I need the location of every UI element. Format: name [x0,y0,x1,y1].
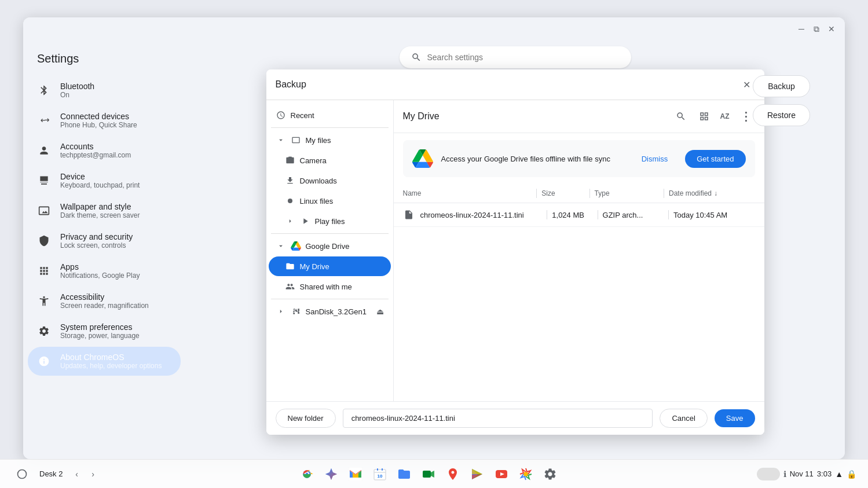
settings-window: ─ ⧉ ✕ Settings Bluetooth On [23,17,845,459]
recent-label: Recent [291,111,384,120]
sidebar-item-system[interactable]: System preferences Storage, power, langu… [28,317,181,346]
sidebar-item-privacy[interactable]: Privacy and security Lock screen, contro… [28,226,181,255]
col-sep-2 [589,189,590,198]
close-button[interactable]: ✕ [825,23,838,35]
about-sub: Updates, help, developer options [60,362,162,370]
sidebar-item-accounts[interactable]: Accounts techpptest@gmail.com [28,136,181,165]
dismiss-button[interactable]: Dismiss [632,150,677,168]
offline-sync-banner: Access your Google Drive files offline w… [403,140,755,177]
tree-separator-1 [271,127,389,128]
desk-indicator[interactable]: Desk 2 [35,467,67,480]
downloads-label: Downloads [300,177,384,185]
device-label: Device [60,172,140,181]
maximize-button[interactable]: ⧉ [810,23,823,35]
sort-button[interactable]: AZ [718,107,732,126]
sidebar-item-device[interactable]: Device Keyboard, touchpad, print [28,166,181,195]
filename-input[interactable] [343,409,653,428]
file-tree: Recent My files [266,100,394,401]
device-icon [37,174,51,188]
tree-item-my-drive[interactable]: My Drive [269,256,391,276]
minimize-button[interactable]: ─ [795,23,808,35]
sidebar-item-accessibility[interactable]: Accessibility Screen reader, magnificati… [28,287,181,315]
apps-icon [37,264,51,278]
sidebar-item-about[interactable]: About ChromeOS Updates, help, developer … [28,347,181,376]
dialog-body: Recent My files [266,100,764,401]
taskbar-app-files[interactable] [394,464,415,485]
restore-button[interactable]: Restore [753,104,810,126]
col-type-label: Type [595,189,610,197]
tree-item-downloads[interactable]: Downloads [269,171,391,190]
connected-devices-icon [37,113,51,127]
taskbar: Desk 2 ‹ › 10 [0,459,868,488]
file-date-cell: Today 10:45 AM [673,211,755,219]
drive-expand-icon [276,241,286,251]
eject-icon[interactable]: ⏏ [376,307,384,316]
apps-text: Apps Notifications, Google Play [60,262,140,280]
system-icon [37,324,51,338]
home-button[interactable] [12,464,32,485]
tree-item-google-drive[interactable]: Google Drive [269,236,391,256]
taskbar-app-calendar[interactable]: 10 [369,464,390,485]
tree-item-my-files[interactable]: My files [269,130,391,150]
save-button[interactable]: Save [715,409,755,427]
svg-point-0 [288,199,292,203]
tree-item-play-files[interactable]: Play files [269,211,391,231]
svg-text:10: 10 [377,474,382,479]
file-dialog-overlay: Backup Restore Backup ✕ [185,41,845,459]
recent-icon [276,110,286,120]
svg-rect-8 [382,468,383,471]
wallpaper-text: Wallpaper and style Dark theme, screen s… [60,202,140,219]
info-icon[interactable]: ℹ [783,469,786,479]
taskbar-date: Nov 11 [790,469,814,478]
bluetooth-text: Bluetooth On [60,82,94,99]
more-options-button[interactable]: ⋮ [737,107,755,126]
my-files-label: My files [306,136,384,145]
sidebar-item-bluetooth[interactable]: Bluetooth On [28,76,181,105]
svg-rect-10 [423,471,431,478]
tree-item-camera[interactable]: Camera [269,151,391,170]
svg-rect-7 [377,468,378,471]
settings-title: Settings [23,47,185,75]
taskbar-app-settings[interactable] [540,464,561,485]
backup-button[interactable]: Backup [753,75,810,97]
taskbar-app-youtube[interactable] [491,464,512,485]
taskbar-app-assistant[interactable] [321,464,342,485]
taskbar-app-meet[interactable] [418,464,439,485]
shared-icon [285,281,295,292]
status-tray: ℹ Nov 11 3:03 ▲ 🔒 [757,468,856,480]
sidebar-item-wallpaper[interactable]: Wallpaper and style Dark theme, screen s… [28,196,181,225]
titlebar: ─ ⧉ ✕ [23,17,845,41]
tree-item-linux-files[interactable]: Linux files [269,191,391,211]
new-folder-button[interactable]: New folder [276,409,336,428]
col-sep-3 [664,189,664,198]
col-name-label: Name [403,189,422,197]
privacy-sub: Lock screen, controls [60,241,133,249]
prev-desk-button[interactable]: ‹ [69,467,83,481]
taskbar-app-play[interactable] [467,464,488,485]
taskbar-app-chrome[interactable] [296,464,317,485]
tree-item-recent[interactable]: Recent [269,105,391,125]
taskbar-app-maps[interactable] [442,464,463,485]
file-search-button[interactable] [672,107,690,126]
table-row[interactable]: chromeos-linux-2024-11-11.tini 1,024 MB … [394,203,764,227]
taskbar-app-gmail[interactable] [345,464,366,485]
cancel-button[interactable]: Cancel [660,409,707,428]
tree-item-sandisk[interactable]: SanDisk_3.2Gen1 ⏏ [269,302,391,321]
taskbar-app-photos[interactable] [515,464,536,485]
apps-label: Apps [60,262,140,271]
next-desk-button[interactable]: › [86,467,100,481]
accounts-icon [37,144,51,157]
desk-label: Desk 2 [39,469,63,478]
grid-view-button[interactable] [695,107,713,126]
sidebar-item-connected-devices[interactable]: Connected devices Phone Hub, Quick Share [28,106,181,135]
dialog-titlebar: Backup ✕ [266,69,764,100]
col-size-label: Size [541,189,555,197]
connected-devices-label: Connected devices [60,112,137,121]
toggle-button[interactable] [757,468,780,480]
tree-item-shared[interactable]: Shared with me [269,277,391,296]
file-picker-dialog: Backup ✕ Recent [266,69,764,435]
sidebar-item-apps[interactable]: Apps Notifications, Google Play [28,256,181,285]
get-started-button[interactable]: Get started [685,150,745,168]
settings-content: Backup Restore Backup ✕ [185,41,845,459]
taskbar-apps: 10 [296,464,561,485]
